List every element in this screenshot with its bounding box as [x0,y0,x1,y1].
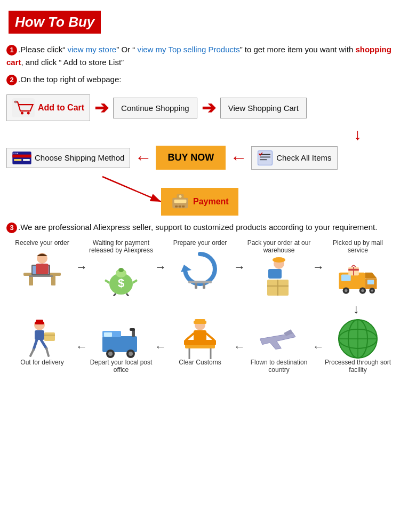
svg-rect-28 [29,275,53,277]
arrow-right-2: ➔ [202,98,216,118]
sort-icon [337,317,379,360]
receive-label: Receive your order [15,239,69,247]
depart-figure [100,319,142,359]
view-cart-label: View Shopping Cart [228,104,299,113]
svg-line-72 [30,350,34,356]
svg-line-70 [34,340,37,350]
process-arrow-3: → [234,260,245,274]
step3-number: 3 [6,223,17,233]
depart-label: Depart your local post office [87,359,155,374]
svg-rect-42 [203,283,205,289]
buy-now-label: BUY NOW [167,152,214,163]
svg-point-1 [21,112,23,115]
svg-rect-88 [184,340,216,345]
arrow-right-1: ➔ [94,98,109,118]
waiting-label: Waiting for payment released by Aliexpre… [87,239,155,254]
svg-rect-44 [268,269,282,279]
process-arrow-8: ← [313,340,324,354]
buy-now-button[interactable]: BUY NOW [156,146,226,170]
arrow-left-2: ← [230,148,247,168]
sort-figure [337,319,379,359]
process-arrow-5: ← [76,340,87,354]
svg-line-91 [186,334,194,340]
svg-point-60 [371,289,373,291]
flown-icon [258,317,300,360]
check-items-label: Check All Items [276,153,331,162]
delivery-icon [21,317,63,360]
header-title: How To Buy [15,14,94,30]
svg-point-80 [108,352,113,356]
process-item-pickup: Picked up by mail service [324,239,391,296]
svg-point-2 [27,112,30,115]
credit-card-icon: VISA [12,152,31,164]
process-item-pack: Pack your order at our warehouse [245,239,313,296]
svg-line-38 [133,280,137,283]
add-to-cart-label: Add to Cart [38,103,84,113]
step1-number: 1 [6,45,17,55]
process-item-waiting: Waiting for payment released by Aliexpre… [87,239,155,296]
check-items-button[interactable]: Check All Items [251,146,337,170]
svg-text:$: $ [118,276,124,290]
view-cart-box[interactable]: View Shopping Cart [220,98,307,118]
flow-diagram: Add to Cart ➔ Continue Shopping ➔ View S… [6,94,394,211]
pickup-figure [337,256,379,296]
process-item-customs: Clear Customs [166,319,234,368]
svg-point-58 [361,289,364,292]
process-item-delivery: Out for delivery [9,319,76,368]
svg-rect-30 [36,264,49,274]
delivery-figure [21,319,63,359]
pack-label: Pack your order at our warehouse [245,239,313,254]
svg-rect-46 [275,258,283,261]
svg-rect-17 [174,200,187,203]
process-flow: Receive your order [6,239,394,376]
prepare-figure [179,249,221,289]
svg-point-22 [179,195,182,198]
step1-text: 1.Please click“ view my store” Or “ view… [6,43,394,69]
svg-rect-6 [14,159,21,161]
process-item-flown: Flown to destination country [245,319,313,376]
arrow-left-1: ← [134,148,151,168]
svg-line-36 [126,293,129,296]
svg-line-35 [114,293,116,296]
process-item-sort: Processed through sort facility [324,319,391,376]
svg-rect-40 [188,281,212,283]
svg-point-56 [345,289,347,292]
continue-shopping-box[interactable]: Continue Shopping [113,98,197,118]
svg-line-92 [206,334,214,340]
process-down-arrow: ↓ [353,301,359,316]
customs-figure [179,319,221,359]
top-selling-link[interactable]: view my Top selling Products [137,45,239,54]
flown-figure [258,319,300,359]
svg-rect-68 [44,332,55,341]
receive-figure [21,249,63,289]
svg-rect-5 [12,154,31,157]
svg-rect-54 [367,280,374,284]
process-arrow-7: ← [234,340,245,354]
svg-point-34 [118,268,124,272]
process-arrow-1: → [76,260,87,274]
process-arrow-2: → [155,260,166,274]
svg-rect-67 [35,330,44,340]
pickup-label: Picked up by mail service [324,239,391,254]
svg-line-71 [41,340,46,348]
svg-rect-20 [182,205,185,207]
svg-marker-52 [365,273,377,279]
pickup-icon [337,256,379,296]
process-row-1: Receive your order [9,239,391,296]
step2-number: 2 [6,75,17,85]
svg-rect-41 [195,283,197,289]
prepare-icon [179,249,221,289]
svg-rect-76 [104,332,112,337]
svg-rect-66 [36,320,43,323]
svg-line-37 [105,280,109,283]
choose-shipping-button[interactable]: VISA Choose Shipping Method [6,148,130,168]
process-item-receive: Receive your order [9,239,76,289]
add-to-cart-button[interactable]: Add to Cart [6,94,90,121]
svg-rect-53 [341,274,351,281]
process-item-prepare: Prepare your order [166,239,234,289]
svg-rect-24 [29,276,33,285]
view-store-link[interactable]: view my store [68,45,117,54]
svg-point-82 [129,352,133,356]
choose-shipping-label: Choose Shipping Method [35,153,124,162]
payment-button[interactable]: Payment [161,188,238,216]
